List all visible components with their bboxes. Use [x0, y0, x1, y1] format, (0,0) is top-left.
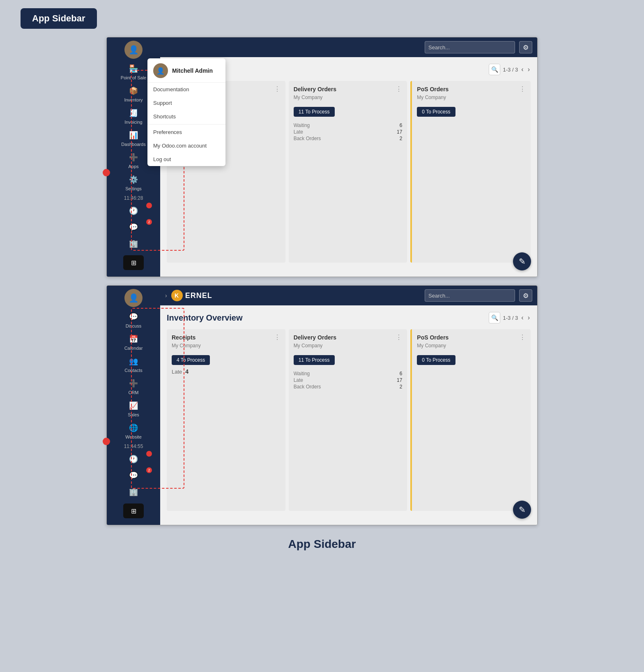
- kanban-header-pos-2: PoS Orders ⋮: [412, 329, 531, 343]
- content-header-2: Inventory Overview 🔍 1-3 / 3 ‹ ›: [167, 312, 531, 323]
- sidebar-time-2: 11:44:55: [124, 442, 143, 451]
- topbar-chevron-2[interactable]: ›: [165, 292, 167, 299]
- kanban-title-pos-2: PoS Orders: [417, 334, 448, 341]
- filter-icon-1: ⚙: [523, 44, 529, 51]
- search-box-2[interactable]: Search...: [425, 289, 515, 302]
- activity-badge-2: [146, 451, 152, 457]
- fab-1[interactable]: ✎: [513, 252, 531, 270]
- stat-value-backorders-1: 2: [400, 136, 402, 141]
- app-window-1: 👤 🏪 Point of Sale 📦 Inventory 🧾 Invoicin…: [106, 37, 538, 277]
- stat-label-waiting-2: Waiting: [294, 371, 310, 376]
- prev-page-2[interactable]: ‹: [520, 314, 524, 321]
- kanban-body-delivery-1: 11 To Process Waiting 6 Late 17: [289, 104, 407, 145]
- filter-icon-2: ⚙: [523, 292, 529, 300]
- activity-icon: 🕐: [128, 205, 139, 217]
- delivery-stats-1: Waiting 6 Late 17 Back Orders 2: [294, 122, 402, 141]
- sidebar-label-pos: Point of Sale: [121, 75, 146, 80]
- sidebar-item-calendar[interactable]: 📅 Calendar: [107, 331, 160, 353]
- kanban-menu-delivery-2[interactable]: ⋮: [396, 333, 402, 341]
- dropdown-preferences[interactable]: Preferences: [147, 125, 225, 139]
- indicator-dot-1: [103, 169, 110, 176]
- invoicing-icon: 🧾: [128, 107, 139, 119]
- sidebar-item-contacts[interactable]: 👥 Contacts: [107, 353, 160, 375]
- sidebar-org[interactable]: 🏢: [107, 236, 160, 252]
- dropdown-logout[interactable]: Log out: [147, 152, 225, 166]
- sidebar-activity[interactable]: 🕐: [107, 203, 160, 219]
- stat-value-late-2: 17: [397, 377, 402, 383]
- avatar-image-2: 👤: [124, 289, 143, 307]
- sidebar-item-sales[interactable]: 📈 Sales: [107, 397, 160, 420]
- logo-icon-2: K: [171, 290, 183, 301]
- avatar-1[interactable]: 👤: [124, 41, 143, 59]
- fab-2[interactable]: ✎: [513, 501, 531, 519]
- process-btn-receipts-2[interactable]: 4 To Process: [172, 355, 210, 365]
- sidebar-2: 👤 💬 Discuss 📅 Calendar 👥 Contacts ➕ CRM …: [107, 286, 160, 525]
- stat-value-waiting-1: 6: [400, 122, 402, 128]
- sidebar-label-sales: Sales: [128, 412, 139, 417]
- sidebar-messages[interactable]: 💬 2: [107, 219, 160, 236]
- messages-icon-2: 💬: [128, 470, 139, 481]
- filter-button-2[interactable]: ⚙: [519, 289, 532, 302]
- sidebar-item-settings[interactable]: ⚙️ Settings: [107, 171, 160, 194]
- stat-value-backorders-2: 2: [400, 384, 402, 390]
- sidebar-messages-2[interactable]: 💬 2: [107, 467, 160, 484]
- stat-value-late-1: 17: [397, 129, 402, 135]
- sidebar-org-2[interactable]: 🏢: [107, 484, 160, 500]
- process-btn-delivery-2[interactable]: 11 To Process: [294, 355, 335, 365]
- late-row-2: Late 4: [172, 368, 281, 375]
- kanban-body-receipts-2: 4 To Process Late 4: [167, 352, 285, 381]
- home-button-1[interactable]: ⊞: [123, 255, 144, 270]
- dropdown-odoo-account[interactable]: My Odoo.com account: [147, 139, 225, 152]
- dropdown-support[interactable]: Support: [147, 96, 225, 110]
- home-icon-2: ⊞: [131, 507, 136, 515]
- process-btn-pos-2[interactable]: 0 To Process: [417, 355, 455, 365]
- stat-late-2: Late 17: [294, 377, 402, 383]
- kanban-menu-receipts-2[interactable]: ⋮: [274, 333, 281, 341]
- stat-backorders-2: Back Orders 2: [294, 384, 402, 390]
- kanban-menu-pos-2[interactable]: ⋮: [519, 333, 526, 341]
- sidebar-time-1: 11:46:28: [124, 194, 143, 203]
- next-page-2[interactable]: ›: [527, 314, 531, 321]
- home-button-2[interactable]: ⊞: [123, 503, 144, 518]
- search-box-1[interactable]: Search...: [425, 41, 515, 53]
- page-info-1: 1-3 / 3: [503, 67, 518, 73]
- dropdown-documentation[interactable]: Documentation: [147, 83, 225, 96]
- kanban-menu-receipts-1[interactable]: ⋮: [274, 85, 281, 93]
- kanban-subtitle-delivery-2: My Company: [289, 343, 407, 352]
- logo-text-2: ERNEL: [185, 291, 212, 300]
- stat-value-waiting-2: 6: [400, 371, 402, 376]
- bottom-label: App Sidebar: [288, 538, 356, 551]
- kanban-menu-delivery-1[interactable]: ⋮: [396, 85, 402, 93]
- sidebar-item-website[interactable]: 🌐 Website: [107, 420, 160, 442]
- kanban-title-receipts-2: Receipts: [172, 334, 196, 341]
- settings-icon: ⚙️: [128, 174, 139, 185]
- calendar-icon: 📅: [128, 333, 139, 345]
- kanban-body-pos-2: 0 To Process: [412, 352, 531, 372]
- content-search-1[interactable]: 🔍: [489, 64, 500, 75]
- sidebar-item-crm[interactable]: ➕ CRM: [107, 375, 160, 397]
- content-search-2[interactable]: 🔍: [489, 312, 500, 323]
- avatar-2[interactable]: 👤: [124, 289, 143, 307]
- late-label-2: Late: [172, 369, 182, 375]
- next-page-1[interactable]: ›: [527, 66, 531, 73]
- sidebar-activity-2[interactable]: 🕐: [107, 451, 160, 467]
- sidebar-item-discuss[interactable]: 💬 Discuss: [107, 309, 160, 331]
- dropdown-divider-1: [147, 124, 225, 125]
- kanban-subtitle-pos-1: My Company: [412, 95, 531, 104]
- website-icon: 🌐: [128, 422, 139, 434]
- dropdown-shortcuts[interactable]: Shortcuts: [147, 110, 225, 123]
- discuss-icon: 💬: [128, 311, 139, 323]
- messages-badge-2: 2: [146, 467, 152, 473]
- pagination-2: 🔍 1-3 / 3 ‹ ›: [489, 312, 531, 323]
- prev-page-1[interactable]: ‹: [520, 66, 524, 73]
- kanban-menu-pos-1[interactable]: ⋮: [519, 85, 526, 93]
- kanban-header-pos-1: PoS Orders ⋮: [412, 81, 531, 95]
- page-info-2: 1-3 / 3: [503, 315, 518, 321]
- kanban-body-pos-1: 0 To Process: [412, 104, 531, 123]
- process-btn-delivery-1[interactable]: 11 To Process: [294, 107, 335, 117]
- filter-button-1[interactable]: ⚙: [519, 41, 532, 53]
- avatar-image-1: 👤: [124, 41, 143, 59]
- sidebar-label-crm: CRM: [128, 390, 138, 395]
- process-btn-pos-1[interactable]: 0 To Process: [417, 107, 455, 117]
- kanban-col-pos-1: PoS Orders ⋮ My Company 0 To Process: [410, 81, 531, 263]
